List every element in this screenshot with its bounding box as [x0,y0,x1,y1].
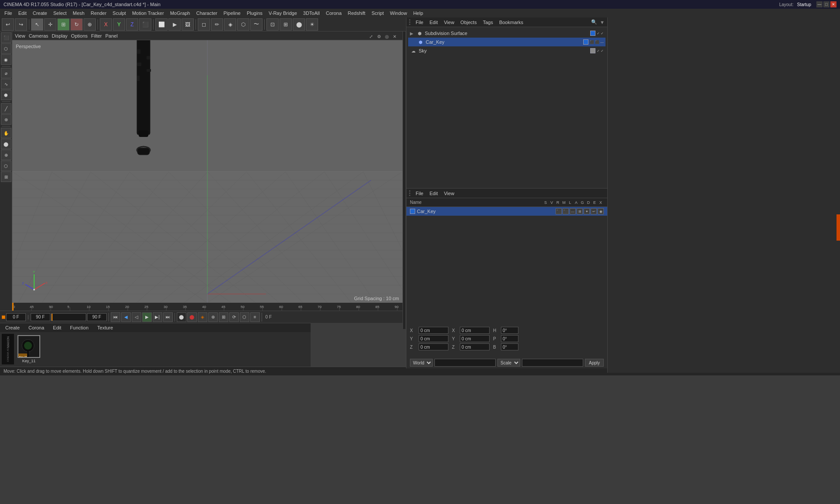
snap3-button[interactable]: ⬤ [293,18,305,31]
menu-render[interactable]: Render [88,10,109,17]
coord-z-rot[interactable]: 0 cm [460,343,490,350]
obj-check2[interactable]: ✓ [601,32,604,35]
snap2-button[interactable]: ⊞ [280,18,292,31]
viewport-menu-options[interactable]: Options [71,33,88,38]
snap-button[interactable]: ⊡ [266,18,279,31]
menu-window[interactable]: Window [387,10,410,17]
obj-vis-btn3[interactable]: — [600,40,604,44]
viewport-menu-view[interactable]: View [15,33,25,38]
coord-x-pos[interactable]: 0 cm [419,327,448,334]
scale-dropdown[interactable]: Scale [497,359,520,367]
scale-button[interactable]: ⊞ [57,18,70,31]
viewport-icon-close[interactable]: ✕ [391,33,398,40]
redo-button[interactable]: ↪ [15,18,27,31]
sky-vis-btn2[interactable]: ✓ [601,49,604,53]
menu-plugins[interactable]: Plugins [244,10,265,17]
attr-view-tab[interactable]: View [442,190,456,197]
attr-vis-btn3[interactable]: — [570,208,576,214]
record-active-button[interactable]: ⬤ [187,312,197,322]
end-frame-input[interactable] [31,313,50,321]
menu-help[interactable]: Help [410,10,426,17]
right-edge-indicator[interactable] [836,214,840,241]
coord-y-rot[interactable]: 0 cm [460,335,490,342]
texture-button[interactable]: ⬡ [237,18,249,31]
menu-script[interactable]: Script [369,10,386,17]
lt-nurbs[interactable]: ⌀ [1,68,11,78]
viewport-menu-display[interactable]: Display [52,33,67,38]
jump-start-button[interactable]: ⏮ [111,312,120,322]
minimize-button[interactable]: — [816,1,822,7]
obj-mgr-objects-tab[interactable]: Objects [458,19,478,26]
lt-spline[interactable]: ∿ [1,79,11,89]
mat-tab-corona[interactable]: Corona [26,324,47,331]
mat-tab-function[interactable]: Function [67,324,91,331]
obj-check1[interactable]: ✓ [597,32,600,35]
attr-vis-btn1[interactable]: ⬛ [556,208,562,214]
lt-poly[interactable]: ⬡ [1,43,11,54]
attr-vis-btn2[interactable]: ⬛ [563,208,569,214]
mode-x-button[interactable]: X [100,18,112,31]
mini-timeline[interactable] [51,313,86,321]
mat-tab-create[interactable]: Create [3,324,22,331]
live-select-button[interactable]: ↖ [31,18,43,31]
attr-vis-btn6[interactable]: ↩ [591,208,597,214]
render-pic-viewer-button[interactable]: 🖼 [182,18,194,31]
obj-mgr-tags-tab[interactable]: Tags [481,19,495,26]
play-button[interactable]: ▶ [142,312,152,322]
menu-motion-tracker[interactable]: Motion Tracker [130,10,167,17]
motion-mode2-button[interactable]: ⊞ [219,312,228,322]
coord-y-pos[interactable]: 0 cm [419,335,448,342]
record-button[interactable]: ⬤ [177,312,186,322]
menu-redshift[interactable]: Redshift [345,10,368,17]
mode-z-button[interactable]: Z [126,18,138,31]
prev-frame-button[interactable]: ◀ [121,312,131,322]
attr-vis-btn4[interactable]: ⊞ [577,208,583,214]
menu-character[interactable]: Character [193,10,220,17]
record-keyframe-button[interactable]: ◈ [198,312,207,322]
menu-create[interactable]: Create [30,10,50,17]
maximize-button[interactable]: □ [823,1,830,7]
coord-x-rot[interactable]: 0 cm [460,327,490,334]
obj-mgr-edit-tab[interactable]: Edit [428,19,440,26]
rotate-button[interactable]: ↻ [70,18,83,31]
menu-pipeline[interactable]: Pipeline [221,10,243,17]
obj-mgr-bookmarks-tab[interactable]: Bookmarks [497,19,525,26]
attr-vis-btn5[interactable]: ✦ [584,208,590,214]
viewport-menu-filter[interactable]: Filter [91,33,102,38]
play-reverse-button[interactable]: ◁ [132,312,141,322]
render-region-button[interactable]: ⬜ [155,18,168,31]
mat-tab-edit[interactable]: Edit [50,324,64,331]
lt-paint[interactable]: ⬤ [1,139,11,149]
lt-line[interactable]: ╱ [1,103,11,114]
move-button[interactable]: ✛ [44,18,56,31]
obj-mgr-file-tab[interactable]: File [414,19,425,26]
loop-button[interactable]: ⟳ [229,312,239,322]
world-dropdown[interactable]: World [410,359,433,367]
viewport-content[interactable]: Perspective Grid Spacing : 10 cm X Y Z [12,40,402,303]
object-mode-button[interactable]: ◻ [198,18,210,31]
timeline-list-button[interactable]: ≡ [250,312,260,322]
obj-mgr-view-tab[interactable]: View [442,19,456,26]
lt-deformer[interactable]: ⬢ [1,90,11,100]
attr-vis-btn7[interactable]: ◉ [598,208,604,214]
sky-vis-btn1[interactable]: ✓ [597,49,600,53]
obj-item-sky[interactable]: ☁ Sky ✓ ✓ [408,46,606,55]
motion-mode-button[interactable]: ⊛ [208,312,218,322]
attr-file-tab[interactable]: File [414,190,425,197]
lt-sub[interactable]: ◉ [1,54,11,65]
lt-effector[interactable]: ⊞ [1,172,11,182]
obj-vis-btn2[interactable]: ⬛ [595,40,599,44]
next-frame-button[interactable]: ▶| [153,312,162,322]
mat-swatch-car-key[interactable]: Key_11 [18,335,40,358]
lt-matrix[interactable]: ⬡ [1,161,11,171]
curve-button[interactable]: 〜 [250,18,262,31]
lt-magnet[interactable]: ⊛ [1,114,11,125]
menu-corona[interactable]: Corona [323,10,344,17]
viewport-menu-panel[interactable]: Panel [105,33,118,38]
jump-end-button[interactable]: ⏭ [163,312,173,322]
obj-item-car-key[interactable]: ⬢ Car_Key ⬛ ⬛ — [408,38,606,46]
mat-tab-texture[interactable]: Texture [94,324,116,331]
apply-button[interactable]: Apply [585,359,604,367]
lt-field[interactable]: ⊕ [1,150,11,160]
coord-b-val[interactable]: 0° [501,343,518,350]
